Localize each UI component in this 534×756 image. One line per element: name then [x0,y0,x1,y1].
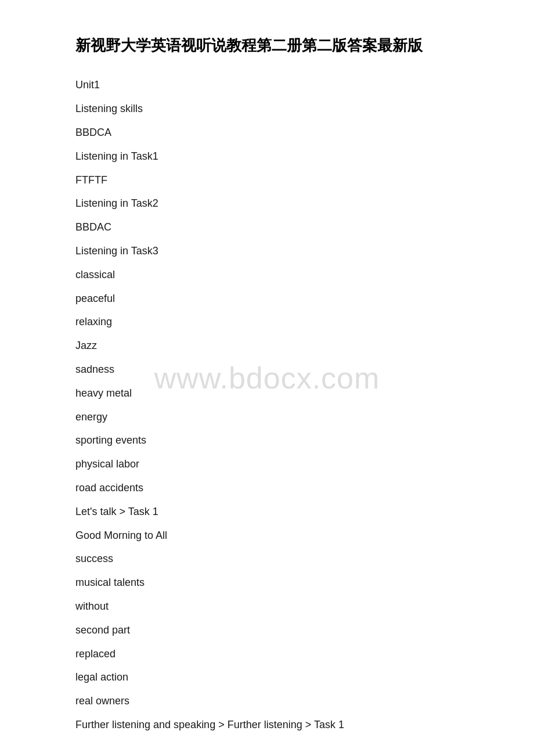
list-item: heavy metal [75,381,488,405]
list-item: without [75,595,488,618]
list-item: Good Morning to All [75,524,488,548]
list-item: Listening in Task2 [75,192,488,215]
list-item: musical talents [75,571,488,595]
list-item: real owners [75,689,488,713]
list-item: classical [75,263,488,287]
list-item: FTFTF [75,168,488,192]
page-title: 新视野大学英语视听说教程第二册第二版答案最新版 [75,35,488,56]
list-item: BBDAC [75,215,488,239]
list-item: Listening skills [75,97,488,121]
list-item: replaced [75,642,488,666]
list-item: success [75,547,488,571]
list-item: BBDCA [75,121,488,145]
list-item: Listening in Task1 [75,145,488,168]
list-item: sporting events [75,429,488,452]
list-item: Unit1 [75,73,488,97]
list-item: legal action [75,665,488,689]
list-item: sadness [75,358,488,381]
list-item: peaceful [75,287,488,311]
list-item: energy [75,405,488,429]
list-item: relaxing [75,310,488,334]
list-item: Listening in Task3 [75,239,488,263]
list-item: road accidents [75,476,488,500]
list-item: second part [75,618,488,642]
content-list: Unit1Listening skillsBBDCAListening in T… [75,73,488,736]
list-item: Further listening and speaking > Further… [75,713,488,737]
list-item: physical labor [75,452,488,476]
list-item: Jazz [75,334,488,358]
page-container: 新视野大学英语视听说教程第二册第二版答案最新版 Unit1Listening s… [0,0,534,756]
list-item: Let's talk > Task 1 [75,500,488,524]
